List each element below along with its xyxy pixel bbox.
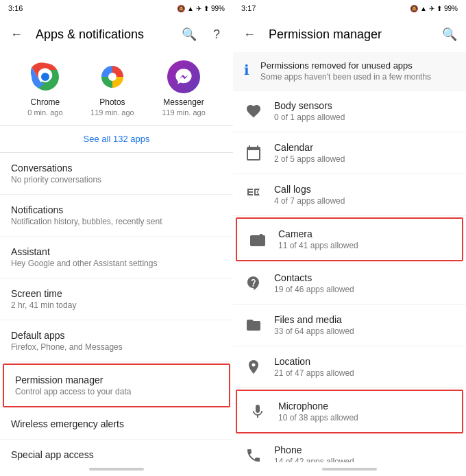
calendar-subtitle: 2 of 5 apps allowed [274,154,345,164]
settings-item-conversations[interactable]: Conversations No priority conversations [0,153,233,195]
airplane-icon: ✈ [196,5,201,12]
perm-item-camera[interactable]: Camera 11 of 41 apps allowed [236,217,463,261]
location-text: Location 21 of 47 apps allowed [274,356,354,378]
help-button[interactable]: ? [208,26,225,43]
phone-text: Phone 14 of 42 apps allowed [274,444,354,462]
battery-icon-right: 99% [444,5,458,12]
contacts-icon [244,274,263,293]
microphone-icon [248,402,267,421]
settings-list: Conversations No priority conversations … [0,153,233,462]
default-apps-subtitle: Firefox, Phone, and Messages [11,342,222,352]
files-title: Files and media [274,314,354,325]
mute-icon: 🔕 [177,5,185,12]
perm-item-body-sensors[interactable]: Body sensors 0 of 1 apps allowed [233,91,466,132]
calendar-icon [244,143,263,163]
call-log-icon [244,185,263,204]
right-nav-bar [322,468,377,471]
settings-item-emergency-alerts[interactable]: Wireless emergency alerts [0,409,233,440]
contacts-text: Contacts 19 of 46 apps allowed [274,272,354,294]
phone-icon [244,446,263,462]
permission-manager-subtitle: Control app access to your data [15,387,218,396]
upload-icon: ⬆ [204,5,209,12]
conversations-title: Conversations [11,163,222,174]
settings-item-permission-manager[interactable]: Permission manager Control app access to… [3,364,230,407]
assistant-subtitle: Hey Google and other Assistant settings [11,259,222,268]
perm-item-location[interactable]: Location 21 of 47 apps allowed [233,346,466,388]
left-time: 3:16 [8,4,23,12]
perm-item-call-logs[interactable]: Call logs 4 of 7 apps allowed [233,174,466,216]
calendar-text: Calendar 2 of 5 apps allowed [274,142,345,164]
photos-icon [96,60,129,93]
messenger-app-time: 119 min. ago [162,108,206,117]
camera-title: Camera [278,228,358,239]
app-item-chrome[interactable]: Chrome 0 min. ago [27,60,62,117]
perm-item-microphone[interactable]: Microphone 10 of 38 apps allowed [236,390,463,433]
phone-title: Phone [274,444,354,455]
right-top-bar: ← Permission manager 🔍 [233,16,466,52]
files-text: Files and media 33 of 64 apps allowed [274,314,354,336]
mute-icon-right: 🔕 [410,5,418,12]
settings-item-notifications[interactable]: Notifications Notification history, bubb… [0,195,233,237]
wifi-icon: ▲ [187,5,194,12]
back-button[interactable]: ← [8,26,25,43]
nav-handle [0,462,233,476]
microphone-text: Microphone 10 of 38 apps allowed [278,401,358,423]
perm-item-contacts[interactable]: Contacts 19 of 46 apps allowed [233,263,466,305]
left-status-bar: 3:16 🔕 ▲ ✈ ⬆ 99% [0,0,233,16]
app-item-messenger[interactable]: Messenger 119 min. ago [162,60,206,117]
right-status-icons: 🔕 ▲ ✈ ⬆ 99% [410,5,458,12]
right-search-button[interactable]: 🔍 [441,26,458,43]
settings-item-special-access[interactable]: Special app access 2 apps can use unrest… [0,440,233,462]
see-all-button[interactable]: See all 132 apps [0,126,233,153]
permission-manager-title: Permission manager [15,374,218,385]
camera-icon [248,230,267,249]
search-button[interactable]: 🔍 [181,26,197,43]
conversations-subtitle: No priority conversations [11,175,222,185]
location-icon [244,357,263,377]
left-top-bar: ← Apps & notifications 🔍 ? [0,16,233,52]
settings-item-default-apps[interactable]: Default apps Firefox, Phone, and Message… [0,320,233,362]
emergency-alerts-title: Wireless emergency alerts [11,418,222,429]
perm-info-subtitle: Some apps haven't been used in a few mon… [260,72,431,82]
left-title: Apps & notifications [36,27,170,42]
perm-item-calendar[interactable]: Calendar 2 of 5 apps allowed [233,132,466,174]
app-item-photos[interactable]: Photos 119 min. ago [90,60,134,117]
contacts-subtitle: 19 of 46 apps allowed [274,285,354,294]
right-back-button[interactable]: ← [241,26,258,43]
right-status-bar: 3:17 🔕 ▲ ✈ ⬆ 99% [233,0,466,16]
calendar-title: Calendar [274,142,345,153]
svg-point-5 [108,73,116,81]
perm-info-title: Permissions removed for unused apps [260,60,431,71]
screen-time-subtitle: 2 hr, 41 min today [11,300,222,310]
right-screen: 3:17 🔕 ▲ ✈ ⬆ 99% ← Permission manager 🔍 … [233,0,466,476]
perm-info-text: Permissions removed for unused apps Some… [260,60,431,82]
perm-item-phone[interactable]: Phone 14 of 42 apps allowed [233,435,466,462]
nav-bar [89,468,144,471]
location-title: Location [274,356,354,367]
right-title: Permission manager [269,27,430,42]
messenger-icon [167,60,200,93]
camera-subtitle: 11 of 41 apps allowed [278,241,358,250]
settings-item-assistant[interactable]: Assistant Hey Google and other Assistant… [0,237,233,278]
permission-list: ℹ Permissions removed for unused apps So… [233,52,466,462]
notifications-subtitle: Notification history, bubbles, recently … [11,217,222,226]
call-logs-subtitle: 4 of 7 apps allowed [274,196,345,206]
photos-app-name: Photos [99,97,125,107]
messenger-app-name: Messenger [163,97,204,107]
location-subtitle: 21 of 47 apps allowed [274,368,354,378]
svg-point-3 [41,73,49,81]
body-sensors-text: Body sensors 0 of 1 apps allowed [274,100,345,122]
call-logs-title: Call logs [274,184,345,195]
right-time: 3:17 [241,4,256,12]
recent-apps-section: Chrome 0 min. ago Photos 119 min. ago [0,52,233,126]
perm-item-files[interactable]: Files and media 33 of 64 apps allowed [233,305,466,346]
files-subtitle: 33 of 64 apps allowed [274,326,354,336]
info-icon: ℹ [244,62,249,78]
special-access-title: Special app access [11,449,222,460]
default-apps-title: Default apps [11,330,222,341]
settings-item-screen-time[interactable]: Screen time 2 hr, 41 min today [0,278,233,320]
call-logs-text: Call logs 4 of 7 apps allowed [274,184,345,206]
chrome-app-time: 0 min. ago [27,108,62,117]
perm-info-item[interactable]: ℹ Permissions removed for unused apps So… [233,52,466,91]
chrome-icon [29,60,62,93]
